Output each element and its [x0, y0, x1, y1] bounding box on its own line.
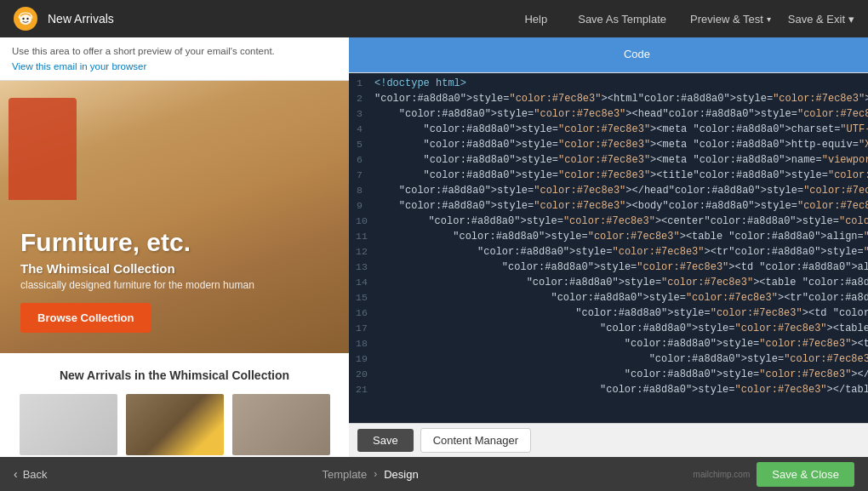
line-content: "color:#a8d8a0">style="color:#7ec8e3"><t…: [380, 246, 868, 258]
editor-tabs: Code Settings Comments: [349, 37, 868, 73]
code-line: 5 "color:#a8d8a0">style="color:#7ec8e3">…: [349, 138, 868, 153]
products-section: New Arrivals in the Whimsical Collection…: [0, 353, 349, 457]
svg-point-2: [26, 18, 28, 20]
product-image-1: [20, 394, 117, 455]
code-line: 6 "color:#a8d8a0">style="color:#7ec8e3">…: [349, 153, 868, 168]
code-line: 18 "color:#a8d8a0">style="color:#7ec8e3"…: [349, 337, 868, 352]
save-button[interactable]: Save: [357, 429, 414, 452]
line-number: 21: [349, 384, 380, 395]
brand-text: mailchimp.com: [694, 470, 751, 479]
preview-test-button[interactable]: Preview & Test ▾: [690, 13, 771, 26]
hero-chair-decoration: [9, 98, 77, 200]
code-line: 17 "color:#a8d8a0">style="color:#7ec8e3"…: [349, 322, 868, 337]
tab-code[interactable]: Code: [349, 37, 868, 72]
line-number: 3: [349, 108, 374, 119]
code-line: 20 "color:#a8d8a0">style="color:#7ec8e3"…: [349, 368, 868, 383]
top-navigation: New Arrivals Help Save As Template Previ…: [0, 0, 868, 37]
line-content: <!doctype html>: [374, 77, 466, 89]
line-number: 20: [349, 368, 380, 380]
line-number: 19: [349, 353, 380, 364]
svg-point-0: [20, 14, 31, 25]
line-number: 8: [349, 185, 374, 196]
line-number: 2: [349, 93, 374, 104]
main-content: Use this area to offer a short preview o…: [0, 37, 868, 457]
help-button[interactable]: Help: [517, 9, 554, 29]
email-preview: Furniture, etc. The Whimsical Collection…: [0, 81, 349, 457]
back-arrow-icon: ‹: [14, 467, 18, 481]
breadcrumb-parent: Template: [322, 468, 367, 481]
view-email-link[interactable]: View this email in your browser: [12, 61, 146, 71]
save-close-button[interactable]: Save & Close: [757, 462, 854, 487]
line-content: "color:#a8d8a0">style="color:#7ec8e3"><t…: [380, 338, 868, 350]
app-title: New Arrivals: [48, 12, 507, 26]
code-line: 1<!doctype html>: [349, 77, 868, 92]
product-image-3: [232, 394, 330, 455]
back-button[interactable]: ‹ Back: [14, 467, 48, 481]
product-item-3: Nomad Office Set: [232, 394, 330, 457]
editor-footer: Save Content Manager: [349, 423, 868, 457]
line-content: "color:#a8d8a0">style="color:#7ec8e3"><m…: [374, 154, 868, 166]
svg-point-1: [22, 18, 24, 20]
line-content: "color:#a8d8a0">style="color:#7ec8e3"><m…: [374, 123, 868, 135]
line-number: 9: [349, 200, 374, 211]
line-content: "color:#a8d8a0">style="color:#7ec8e3"><c…: [380, 215, 868, 227]
product-item-2: Shiloh Chair: [126, 394, 224, 457]
code-line: 3 "color:#a8d8a0">style="color:#7ec8e3">…: [349, 107, 868, 123]
code-line: 15 "color:#a8d8a0">style="color:#7ec8e3"…: [349, 291, 868, 306]
code-line: 14 "color:#a8d8a0">style="color:#7ec8e3"…: [349, 276, 868, 291]
line-number: 12: [349, 246, 380, 257]
content-manager-button[interactable]: Content Manager: [420, 428, 531, 453]
line-content: "color:#a8d8a0">style="color:#7ec8e3"><t…: [380, 307, 868, 319]
code-line: 21 "color:#a8d8a0">style="color:#7ec8e3"…: [349, 383, 868, 398]
line-content: "color:#a8d8a0">style="color:#7ec8e3"></…: [380, 368, 868, 380]
line-number: 17: [349, 323, 380, 334]
line-content: "color:#a8d8a0">style="color:#7ec8e3"><t…: [374, 169, 868, 181]
save-as-template-button[interactable]: Save As Template: [571, 9, 673, 29]
hero-title: Furniture, etc.: [20, 228, 254, 256]
code-line: 11 "color:#a8d8a0">style="color:#7ec8e3"…: [349, 230, 868, 245]
line-number: 6: [349, 154, 374, 165]
line-content: "color:#a8d8a0">style="color:#7ec8e3"></…: [380, 384, 868, 396]
line-content: "color:#a8d8a0">style="color:#7ec8e3"><h…: [374, 108, 868, 120]
line-number: 13: [349, 261, 380, 272]
code-line: 7 "color:#a8d8a0">style="color:#7ec8e3">…: [349, 168, 868, 184]
line-number: 15: [349, 292, 380, 303]
breadcrumb: Template › Design: [48, 468, 694, 481]
line-number: 14: [349, 277, 380, 288]
line-content: "color:#a8d8a0">style="color:#7ec8e3"><t…: [380, 353, 868, 365]
line-number: 5: [349, 139, 374, 150]
product-item-1: Lone Wolf Desk: [20, 394, 117, 457]
line-number: 16: [349, 307, 380, 318]
line-content: "color:#a8d8a0">style="color:#7ec8e3"><h…: [374, 93, 868, 105]
left-panel: Use this area to offer a short preview o…: [0, 37, 349, 457]
hero-description: classically designed furniture for the m…: [20, 279, 254, 291]
save-exit-button[interactable]: Save & Exit ▾: [788, 13, 854, 26]
line-content: "color:#a8d8a0">style="color:#7ec8e3"></…: [374, 185, 868, 197]
line-content: "color:#a8d8a0">style="color:#7ec8e3"><b…: [374, 200, 868, 212]
code-line: 9 "color:#a8d8a0">style="color:#7ec8e3">…: [349, 199, 868, 214]
browse-collection-button[interactable]: Browse Collection: [20, 303, 151, 333]
code-line: 16 "color:#a8d8a0">style="color:#7ec8e3"…: [349, 306, 868, 322]
code-editor[interactable]: 1<!doctype html>2"color:#a8d8a0">style="…: [349, 73, 868, 423]
code-line: 13 "color:#a8d8a0">style="color:#7ec8e3"…: [349, 260, 868, 276]
mailchimp-logo: [14, 7, 37, 31]
line-content: "color:#a8d8a0">style="color:#7ec8e3"><t…: [380, 277, 868, 288]
line-number: 7: [349, 169, 374, 180]
line-number: 1: [349, 77, 374, 88]
svg-point-3: [19, 15, 21, 19]
line-content: "color:#a8d8a0">style="color:#7ec8e3"><t…: [380, 231, 868, 243]
line-content: "color:#a8d8a0">style="color:#7ec8e3"><m…: [374, 139, 868, 151]
line-number: 11: [349, 231, 380, 242]
preview-notice: Use this area to offer a short preview o…: [0, 37, 349, 81]
products-title: New Arrivals in the Whimsical Collection: [12, 368, 337, 382]
breadcrumb-separator: ›: [374, 468, 377, 480]
line-number: 4: [349, 123, 374, 134]
hero-text-block: Furniture, etc. The Whimsical Collection…: [0, 211, 275, 353]
svg-point-4: [31, 15, 33, 19]
code-line: 10 "color:#a8d8a0">style="color:#7ec8e3"…: [349, 214, 868, 230]
line-content: "color:#a8d8a0">style="color:#7ec8e3"><t…: [380, 323, 868, 334]
line-content: "color:#a8d8a0">style="color:#7ec8e3"><t…: [380, 261, 868, 273]
line-content: "color:#a8d8a0">style="color:#7ec8e3"><t…: [380, 292, 868, 304]
bottom-bar: ‹ Back Template › Design mailchimp.com S…: [0, 457, 868, 491]
preview-notice-text: Use this area to offer a short preview o…: [12, 46, 275, 56]
